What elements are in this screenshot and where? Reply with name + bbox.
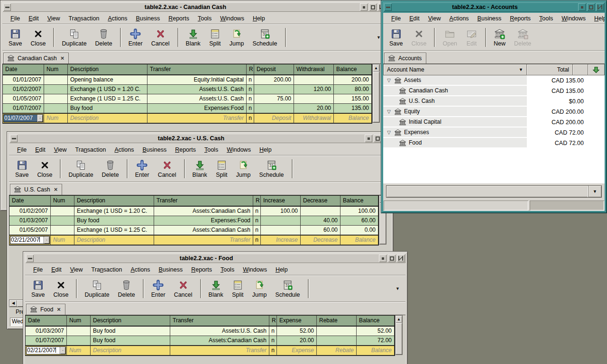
menu-item[interactable]: Actions	[126, 265, 154, 274]
scrollbar-thumb[interactable]	[373, 72, 379, 122]
toolbar-button[interactable]: Split	[212, 157, 232, 181]
toolbar-button[interactable]: Cancel	[170, 277, 197, 300]
column-header[interactable]: Date	[9, 196, 51, 206]
menu-item[interactable]: Windows	[222, 145, 255, 155]
toolbar-button[interactable]: Jump	[248, 277, 271, 300]
menu-item[interactable]: Tools	[216, 265, 239, 274]
date-input[interactable]: 02/21/2007 ·	[26, 346, 66, 355]
menu-item[interactable]: View	[66, 265, 87, 274]
account-filter-combobox[interactable]: ▼	[386, 185, 602, 198]
column-header[interactable]: Date	[26, 316, 67, 326]
menu-item[interactable]: Reports	[506, 14, 535, 23]
account-row[interactable]: ▽ Assets CAD 135.00	[383, 75, 605, 86]
transaction-row[interactable]: 01/05/2007 Exchange (1 USD = 1.25 C. Ass…	[9, 226, 378, 235]
column-header[interactable]: Balance	[357, 316, 395, 326]
minimize-button[interactable]	[379, 255, 386, 262]
tab-canadian-cash[interactable]: Canadian Cash ×	[3, 53, 69, 64]
date-dropdown-button[interactable]: ·	[37, 115, 43, 122]
toolbar-button[interactable]: Blank	[188, 157, 212, 181]
transaction-row[interactable]: 01/01/2007 Opening balance Equity:Initia…	[3, 75, 372, 85]
titlebar-food[interactable]: table2.2.xac - Food	[25, 254, 405, 263]
vertical-scrollbar[interactable]: ▲	[395, 315, 403, 355]
toolbar-button[interactable]: Jump	[232, 157, 255, 181]
toolbar-button[interactable]: Delete	[510, 26, 535, 49]
menu-item[interactable]: Reports	[171, 145, 200, 155]
column-header[interactable]: Transfer	[154, 196, 253, 206]
menu-item[interactable]: Business	[154, 265, 187, 274]
toolbar-button[interactable]: Schedule	[271, 277, 304, 300]
column-header[interactable]: Balance	[340, 196, 378, 206]
toolbar-button[interactable]: Close	[27, 26, 50, 49]
minimize-button[interactable]	[360, 3, 368, 11]
resize-button[interactable]	[596, 3, 604, 11]
window-menu-button[interactable]	[384, 3, 392, 11]
column-header[interactable]: Num	[67, 316, 91, 326]
maximize-button[interactable]	[388, 255, 395, 262]
maximize-button[interactable]	[374, 135, 381, 142]
column-header[interactable]: R	[269, 316, 277, 326]
toolbar-button[interactable]: Duplicate	[64, 157, 97, 181]
toolbar-button[interactable]: Close	[33, 157, 57, 181]
toolbar-button[interactable]: Close	[49, 277, 73, 300]
menu-item[interactable]: Actions	[445, 14, 473, 23]
menu-item[interactable]: Actions	[103, 14, 131, 23]
menu-item[interactable]: Actions	[110, 145, 138, 155]
menu-item[interactable]: View	[424, 14, 445, 23]
menu-item[interactable]: Reports	[187, 265, 216, 274]
tab-close-icon[interactable]: ×	[53, 187, 58, 192]
toolbar-button[interactable]: Cancel	[147, 26, 174, 49]
menu-item[interactable]: Windows	[239, 265, 271, 274]
transaction-row[interactable]: 01/03/2007 Buy food Assets:U.S. Cash n 5…	[26, 327, 395, 336]
column-header[interactable]: Increase	[261, 196, 301, 206]
menu-item[interactable]: Transaction	[87, 265, 127, 274]
toolbar-button[interactable]: Edit	[461, 26, 482, 49]
column-header[interactable]: Withdrawal	[294, 64, 334, 74]
transaction-row[interactable]: 01/03/2007 Buy food Expenses:Food n 40.0…	[9, 216, 378, 226]
column-header[interactable]: Decrease	[301, 196, 340, 206]
toolbar-button[interactable]: Enter	[131, 157, 154, 181]
toolbar-button[interactable]: Enter	[124, 26, 147, 49]
tab-accounts[interactable]: Accounts	[384, 53, 426, 64]
column-header[interactable]: Transfer	[147, 64, 247, 74]
window-menu-button[interactable]	[26, 255, 34, 262]
toolbar-button[interactable]: Split	[205, 26, 225, 49]
date-dropdown-button[interactable]: ·	[60, 347, 65, 354]
menu-item[interactable]: Tools	[193, 14, 216, 23]
scroll-up-icon[interactable]: ▲	[395, 316, 402, 323]
account-row[interactable]: ▽ Equity CAD 200.00	[383, 107, 605, 117]
menu-item[interactable]: Transaction	[64, 14, 104, 23]
maximize-button[interactable]	[587, 3, 595, 11]
column-header[interactable]: Deposit	[254, 64, 294, 74]
transaction-row[interactable]: 01/07/2007 Buy food Assets:Canadian Cash…	[26, 336, 395, 346]
column-options-button[interactable]	[588, 64, 605, 75]
date-input[interactable]: 01/07/2007 ·	[3, 114, 43, 122]
toolbar-button[interactable]: Save	[4, 26, 27, 49]
toolbar-button[interactable]: Close	[407, 26, 431, 49]
account-row[interactable]: ▽ Food CAD 72.00	[383, 138, 605, 148]
titlebar-accounts[interactable]: table2.2.xac - Accounts	[383, 2, 605, 12]
menu-item[interactable]: File	[6, 14, 24, 23]
scroll-left-icon[interactable]: ◀	[9, 300, 17, 307]
toolbar-overflow-arrow[interactable]: ▼	[392, 286, 404, 291]
menu-item[interactable]: Edit	[24, 14, 43, 23]
column-header-spacer[interactable]	[573, 64, 588, 75]
toolbar-button[interactable]: Duplicate	[80, 277, 113, 300]
column-header-total[interactable]: Total	[527, 64, 573, 75]
toolbar-button[interactable]: Delete	[114, 277, 139, 300]
transaction-row[interactable]: 01/07/2007 Buy food Expenses:Food n 20.0…	[3, 104, 372, 113]
column-header[interactable]: Description	[68, 64, 147, 74]
date-input[interactable]: 02/21/2007 ·	[10, 236, 50, 244]
menu-item[interactable]: Edit	[47, 265, 66, 274]
toolbar-button[interactable]: Delete	[98, 157, 123, 181]
scroll-up-icon[interactable]: ▲	[373, 64, 379, 72]
column-header[interactable]: Description	[91, 316, 170, 326]
toolbar-button[interactable]: Save	[11, 157, 33, 181]
tab-food[interactable]: Food ×	[26, 304, 65, 315]
edit-row[interactable]: 02/21/2007 · Num Description Transfer n …	[9, 235, 378, 245]
column-header[interactable]: Rebate	[317, 316, 357, 326]
transaction-row[interactable]: 01/05/2007 Exchange (1 USD = 1.25 C. Ass…	[3, 94, 372, 104]
column-header[interactable]: Expense	[277, 316, 317, 326]
menu-item[interactable]: Business	[131, 14, 164, 23]
expander-icon[interactable]: ▽	[386, 109, 392, 114]
toolbar-button[interactable]: Jump	[225, 26, 248, 49]
